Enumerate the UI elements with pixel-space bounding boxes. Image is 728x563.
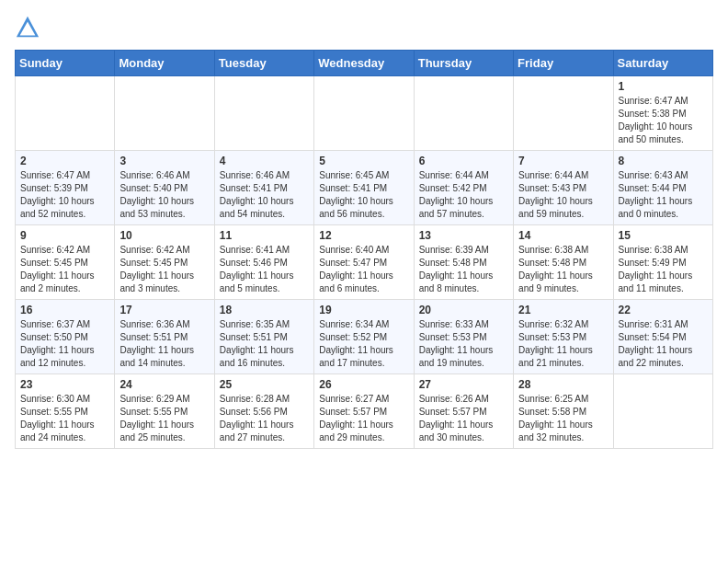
calendar-week-row: 1Sunrise: 6:47 AM Sunset: 5:38 PM Daylig… xyxy=(16,76,713,151)
day-info: Sunrise: 6:32 AM Sunset: 5:53 PM Dayligh… xyxy=(518,318,608,370)
weekday-header-thursday: Thursday xyxy=(414,51,513,76)
day-info: Sunrise: 6:44 AM Sunset: 5:42 PM Dayligh… xyxy=(419,169,508,221)
day-info: Sunrise: 6:31 AM Sunset: 5:54 PM Dayligh… xyxy=(619,318,708,370)
calendar-cell: 14Sunrise: 6:38 AM Sunset: 5:48 PM Dayli… xyxy=(514,225,613,300)
calendar-cell: 10Sunrise: 6:42 AM Sunset: 5:45 PM Dayli… xyxy=(115,225,214,300)
day-info: Sunrise: 6:34 AM Sunset: 5:52 PM Dayligh… xyxy=(319,318,408,370)
day-number: 11 xyxy=(220,229,309,242)
day-info: Sunrise: 6:38 AM Sunset: 5:49 PM Dayligh… xyxy=(619,244,708,295)
day-number: 6 xyxy=(419,155,508,167)
day-info: Sunrise: 6:35 AM Sunset: 5:51 PM Dayligh… xyxy=(220,318,309,370)
day-info: Sunrise: 6:37 AM Sunset: 5:50 PM Dayligh… xyxy=(20,318,109,370)
calendar-cell: 9Sunrise: 6:42 AM Sunset: 5:45 PM Daylig… xyxy=(16,225,115,300)
logo xyxy=(15,15,44,40)
calendar-week-row: 23Sunrise: 6:30 AM Sunset: 5:55 PM Dayli… xyxy=(16,374,713,449)
calendar-cell xyxy=(314,76,414,151)
day-info: Sunrise: 6:40 AM Sunset: 5:47 PM Dayligh… xyxy=(319,244,408,295)
weekday-header-saturday: Saturday xyxy=(613,51,712,76)
day-info: Sunrise: 6:43 AM Sunset: 5:44 PM Dayligh… xyxy=(619,169,708,221)
calendar-week-row: 9Sunrise: 6:42 AM Sunset: 5:45 PM Daylig… xyxy=(16,225,713,300)
calendar-cell: 28Sunrise: 6:25 AM Sunset: 5:58 PM Dayli… xyxy=(514,374,613,449)
day-number: 26 xyxy=(319,378,408,391)
calendar-cell xyxy=(414,76,513,151)
calendar-cell: 12Sunrise: 6:40 AM Sunset: 5:47 PM Dayli… xyxy=(314,225,414,300)
day-number: 20 xyxy=(419,304,508,316)
calendar-cell: 26Sunrise: 6:27 AM Sunset: 5:57 PM Dayli… xyxy=(314,374,414,449)
day-info: Sunrise: 6:29 AM Sunset: 5:55 PM Dayligh… xyxy=(119,393,209,444)
calendar-cell: 11Sunrise: 6:41 AM Sunset: 5:46 PM Dayli… xyxy=(214,225,313,300)
weekday-header-sunday: Sunday xyxy=(16,51,115,76)
day-number: 25 xyxy=(220,378,309,391)
day-number: 19 xyxy=(319,304,408,316)
calendar-cell: 4Sunrise: 6:46 AM Sunset: 5:41 PM Daylig… xyxy=(214,151,313,225)
day-number: 15 xyxy=(619,229,708,242)
calendar-cell: 8Sunrise: 6:43 AM Sunset: 5:44 PM Daylig… xyxy=(613,151,712,225)
calendar-cell: 22Sunrise: 6:31 AM Sunset: 5:54 PM Dayli… xyxy=(613,300,712,374)
calendar-cell: 17Sunrise: 6:36 AM Sunset: 5:51 PM Dayli… xyxy=(115,300,214,374)
weekday-header-monday: Monday xyxy=(115,51,214,76)
calendar-cell: 16Sunrise: 6:37 AM Sunset: 5:50 PM Dayli… xyxy=(16,300,115,374)
calendar-cell xyxy=(115,76,214,151)
calendar-cell: 24Sunrise: 6:29 AM Sunset: 5:55 PM Dayli… xyxy=(115,374,214,449)
day-info: Sunrise: 6:47 AM Sunset: 5:38 PM Dayligh… xyxy=(619,95,708,146)
calendar-cell: 20Sunrise: 6:33 AM Sunset: 5:53 PM Dayli… xyxy=(414,300,513,374)
day-number: 8 xyxy=(619,155,708,167)
day-number: 22 xyxy=(619,304,708,316)
calendar-week-row: 2Sunrise: 6:47 AM Sunset: 5:39 PM Daylig… xyxy=(16,151,713,225)
day-info: Sunrise: 6:42 AM Sunset: 5:45 PM Dayligh… xyxy=(20,244,109,295)
calendar-cell: 25Sunrise: 6:28 AM Sunset: 5:56 PM Dayli… xyxy=(214,374,313,449)
calendar-cell: 23Sunrise: 6:30 AM Sunset: 5:55 PM Dayli… xyxy=(16,374,115,449)
calendar-cell xyxy=(514,76,613,151)
day-info: Sunrise: 6:38 AM Sunset: 5:48 PM Dayligh… xyxy=(518,244,608,295)
day-info: Sunrise: 6:30 AM Sunset: 5:55 PM Dayligh… xyxy=(20,393,109,444)
logo-icon xyxy=(15,15,40,40)
calendar-cell: 21Sunrise: 6:32 AM Sunset: 5:53 PM Dayli… xyxy=(514,300,613,374)
day-info: Sunrise: 6:25 AM Sunset: 5:58 PM Dayligh… xyxy=(518,393,608,444)
day-info: Sunrise: 6:27 AM Sunset: 5:57 PM Dayligh… xyxy=(319,393,408,444)
calendar-cell: 15Sunrise: 6:38 AM Sunset: 5:49 PM Dayli… xyxy=(613,225,712,300)
calendar-cell xyxy=(16,76,115,151)
day-number: 17 xyxy=(119,304,209,316)
calendar-cell xyxy=(214,76,313,151)
calendar-cell: 3Sunrise: 6:46 AM Sunset: 5:40 PM Daylig… xyxy=(115,151,214,225)
calendar-week-row: 16Sunrise: 6:37 AM Sunset: 5:50 PM Dayli… xyxy=(16,300,713,374)
day-number: 27 xyxy=(419,378,508,391)
day-number: 24 xyxy=(119,378,209,391)
day-info: Sunrise: 6:26 AM Sunset: 5:57 PM Dayligh… xyxy=(419,393,508,444)
calendar-cell: 6Sunrise: 6:44 AM Sunset: 5:42 PM Daylig… xyxy=(414,151,513,225)
calendar-cell: 5Sunrise: 6:45 AM Sunset: 5:41 PM Daylig… xyxy=(314,151,414,225)
day-number: 5 xyxy=(319,155,408,167)
calendar-header-row: SundayMondayTuesdayWednesdayThursdayFrid… xyxy=(16,51,713,76)
day-number: 9 xyxy=(20,229,109,242)
day-info: Sunrise: 6:41 AM Sunset: 5:46 PM Dayligh… xyxy=(220,244,309,295)
day-number: 21 xyxy=(518,304,608,316)
day-number: 23 xyxy=(20,378,109,391)
page-header xyxy=(15,15,713,40)
day-info: Sunrise: 6:45 AM Sunset: 5:41 PM Dayligh… xyxy=(319,169,408,221)
calendar-cell: 7Sunrise: 6:44 AM Sunset: 5:43 PM Daylig… xyxy=(514,151,613,225)
calendar-cell: 1Sunrise: 6:47 AM Sunset: 5:38 PM Daylig… xyxy=(613,76,712,151)
calendar-cell: 19Sunrise: 6:34 AM Sunset: 5:52 PM Dayli… xyxy=(314,300,414,374)
day-info: Sunrise: 6:42 AM Sunset: 5:45 PM Dayligh… xyxy=(119,244,209,295)
day-number: 1 xyxy=(619,80,708,93)
day-number: 4 xyxy=(220,155,309,167)
day-info: Sunrise: 6:33 AM Sunset: 5:53 PM Dayligh… xyxy=(419,318,508,370)
day-info: Sunrise: 6:39 AM Sunset: 5:48 PM Dayligh… xyxy=(419,244,508,295)
day-number: 7 xyxy=(518,155,608,167)
day-number: 18 xyxy=(220,304,309,316)
calendar-cell: 2Sunrise: 6:47 AM Sunset: 5:39 PM Daylig… xyxy=(16,151,115,225)
calendar-table: SundayMondayTuesdayWednesdayThursdayFrid… xyxy=(15,50,713,449)
day-number: 28 xyxy=(518,378,608,391)
day-number: 3 xyxy=(119,155,209,167)
day-number: 13 xyxy=(419,229,508,242)
day-info: Sunrise: 6:36 AM Sunset: 5:51 PM Dayligh… xyxy=(119,318,209,370)
day-info: Sunrise: 6:46 AM Sunset: 5:41 PM Dayligh… xyxy=(220,169,309,221)
day-number: 12 xyxy=(319,229,408,242)
day-number: 2 xyxy=(20,155,109,167)
weekday-header-tuesday: Tuesday xyxy=(214,51,313,76)
day-number: 14 xyxy=(518,229,608,242)
day-info: Sunrise: 6:46 AM Sunset: 5:40 PM Dayligh… xyxy=(119,169,209,221)
weekday-header-friday: Friday xyxy=(514,51,613,76)
calendar-cell: 18Sunrise: 6:35 AM Sunset: 5:51 PM Dayli… xyxy=(214,300,313,374)
day-info: Sunrise: 6:47 AM Sunset: 5:39 PM Dayligh… xyxy=(20,169,109,221)
